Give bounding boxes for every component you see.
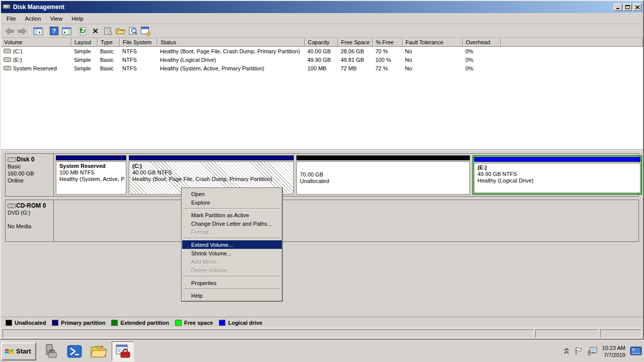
menu-separator	[183, 276, 281, 277]
legend-swatch	[175, 320, 182, 326]
menu-item-change-drive-letter[interactable]: Change Drive Letter and Paths...	[182, 219, 282, 228]
back-icon[interactable]	[3, 25, 16, 37]
partition-type-band	[56, 155, 126, 160]
properties-icon[interactable]	[102, 25, 114, 37]
server-manager-icon[interactable]	[39, 341, 61, 361]
disk0-header[interactable]: Disk 0 Basic 160.00 GB Online	[6, 154, 54, 196]
column-header-filler	[501, 38, 643, 47]
column-header-volume[interactable]: Volume	[1, 38, 71, 47]
partition-system-reserved[interactable]: System Reserved 100 MB NTFS Healthy (Sys…	[56, 155, 126, 195]
legend-primary-partition: Primary partition	[52, 320, 105, 326]
show-hidden-icons-chevron[interactable]	[564, 347, 570, 355]
menu-file[interactable]: File	[2, 14, 21, 23]
maximize-button[interactable]	[623, 4, 632, 11]
menu-action[interactable]: Action	[21, 14, 46, 23]
menu-item-format[interactable]: Format...	[182, 228, 282, 236]
volume-list-header: Volume Layout Type File System Status Ca…	[1, 38, 643, 47]
cdrom-drive-letter: DVD (G:)	[8, 209, 51, 216]
desktop: Disk Management File Action View Help ? …	[0, 0, 644, 362]
minimize-button[interactable]	[614, 4, 622, 11]
menu-separator	[183, 238, 281, 239]
disk-management-taskbar-icon[interactable]	[112, 341, 134, 361]
menu-item-extend-volume[interactable]: Extend Volume...	[182, 240, 282, 249]
legend-swatch	[219, 320, 225, 326]
menu-item-shrink-volume[interactable]: Shrink Volume...	[182, 249, 282, 257]
volume-row-c[interactable]: (C:) Simple Basic NTFS Healthy (Boot, Pa…	[1, 47, 643, 55]
menu-item-mark-partition-active[interactable]: Mark Partition as Active	[182, 211, 282, 219]
menu-item-help[interactable]: Help	[182, 291, 282, 300]
column-header-pct-free[interactable]: % Free	[373, 38, 403, 47]
cdrom-icon	[8, 203, 16, 209]
legend-extended-partition: Extended partition	[111, 320, 169, 326]
action-center-flag-icon[interactable]	[574, 346, 583, 356]
toolbar-separator	[46, 26, 46, 36]
disk-icon	[8, 156, 16, 162]
legend-unallocated: Unallocated	[6, 320, 46, 326]
window-title: Disk Management	[13, 4, 613, 11]
powershell-icon[interactable]	[63, 341, 86, 361]
taskbar: Start 10:23 AM 7/7/2019	[0, 340, 644, 362]
legend-swatch	[52, 320, 58, 326]
windows-explorer-icon[interactable]	[88, 341, 110, 361]
forward-icon[interactable]	[16, 25, 28, 37]
cdrom-header[interactable]: CD-ROM 0 DVD (G:) No Media	[6, 200, 54, 241]
toolbar: ? ↻ ✕ ⚙	[1, 24, 643, 38]
column-header-overhead[interactable]: Overhead	[463, 38, 501, 47]
column-header-status[interactable]: Status	[157, 38, 305, 47]
cdrom-empty-area	[54, 200, 638, 241]
status-panel	[600, 329, 641, 338]
status-panel	[3, 329, 534, 338]
show-console-tree-icon[interactable]	[32, 25, 44, 37]
desktop-monitor-tray-icon[interactable]	[630, 346, 642, 357]
taskbar-clock[interactable]: 10:23 AM 7/7/2019	[602, 344, 625, 358]
menu-item-add-mirror[interactable]: Add Mirror...	[182, 257, 282, 266]
cdrom-row: CD-ROM 0 DVD (G:) No Media	[5, 200, 639, 242]
graphical-view: Disk 0 Basic 160.00 GB Online System Res…	[1, 150, 643, 317]
partition-type-band	[129, 155, 294, 160]
menu-help[interactable]: Help	[67, 14, 88, 23]
legend-free-space: Free space	[175, 320, 213, 326]
disk0-status: Online	[8, 177, 51, 184]
volume-icon	[4, 57, 11, 62]
disk-settings-icon[interactable]: ⚙	[139, 25, 152, 37]
rescan-icon[interactable]	[127, 25, 139, 37]
start-button[interactable]: Start	[1, 342, 36, 360]
column-header-type[interactable]: Type	[98, 38, 120, 47]
column-header-file-system[interactable]: File System	[120, 38, 157, 47]
open-folder-icon[interactable]	[114, 25, 127, 37]
menu-item-open[interactable]: Open	[182, 190, 282, 198]
status-panel	[535, 329, 599, 338]
column-header-fault-tolerance[interactable]: Fault Tolerance	[403, 38, 463, 47]
app-icon	[3, 3, 11, 11]
clock-date: 7/7/2019	[602, 351, 625, 358]
disk0-size: 160.00 GB	[8, 170, 51, 177]
disk0-partitions: System Reserved 100 MB NTFS Healthy (Sys…	[54, 154, 643, 196]
disk0-row: Disk 0 Basic 160.00 GB Online System Res…	[5, 153, 639, 197]
volume-row-e[interactable]: (E:) Simple Basic NTFS Healthy (Logical …	[1, 55, 643, 64]
column-header-capacity[interactable]: Capacity	[305, 38, 338, 47]
menu-item-delete-volume[interactable]: Delete Volume...	[182, 266, 282, 275]
menu-item-explore[interactable]: Explore	[182, 198, 282, 207]
partition-unallocated[interactable]: 70.00 GB Unallocated	[296, 155, 470, 195]
titlebar[interactable]: Disk Management	[1, 1, 643, 13]
show-action-pane-icon[interactable]	[60, 25, 73, 37]
delete-icon[interactable]: ✕	[89, 25, 102, 37]
status-bar	[1, 328, 643, 339]
disk-management-window: Disk Management File Action View Help ? …	[0, 0, 644, 340]
refresh-icon[interactable]: ↻	[76, 25, 89, 37]
network-icon[interactable]	[588, 346, 598, 356]
legend-swatch	[6, 320, 12, 326]
help-icon[interactable]: ?	[48, 25, 60, 37]
cdrom-media-status: No Media	[8, 223, 51, 230]
menu-separator	[183, 208, 281, 209]
legend-logical-drive: Logical drive	[219, 320, 262, 326]
partition-e-logical[interactable]: (E:) 49.90 GB NTFS Healthy (Logical Driv…	[472, 155, 642, 195]
column-header-free-space[interactable]: Free Space	[338, 38, 373, 47]
toolbar-separator	[74, 26, 75, 36]
close-button[interactable]	[633, 4, 641, 11]
volume-row-system-reserved[interactable]: System Reserved Simple Basic NTFS Health…	[1, 64, 643, 72]
menu-view[interactable]: View	[46, 14, 67, 23]
volume-icon	[4, 65, 11, 71]
menu-item-properties[interactable]: Properties	[182, 279, 282, 287]
column-header-layout[interactable]: Layout	[71, 38, 98, 47]
